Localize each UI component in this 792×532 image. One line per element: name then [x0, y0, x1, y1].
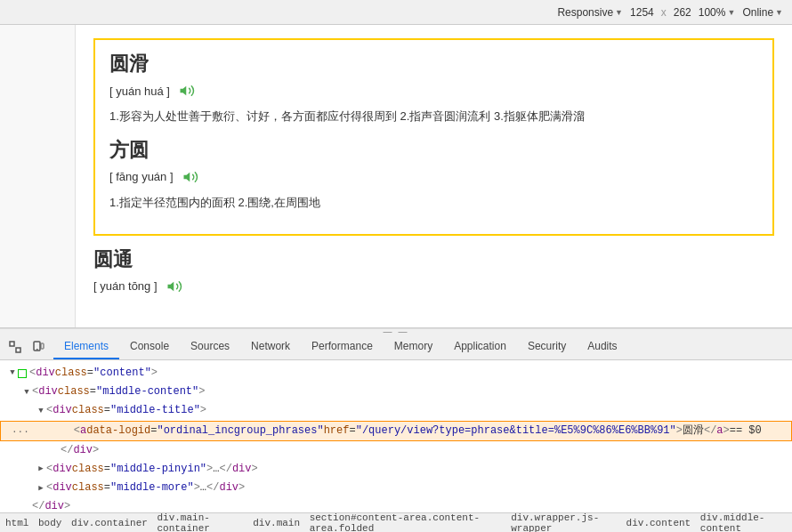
definition-fangyuan: 1.指定半径范围内的面积 2.围绕,在周围地 — [109, 194, 758, 213]
breadcrumb-section[interactable]: section#content-area.content-area.folded — [310, 512, 502, 532]
online-dropdown[interactable]: Online ▼ — [742, 6, 783, 19]
zoom-arrow: ▼ — [727, 8, 735, 17]
tree-line-middle-more[interactable]: <div class="middle-more">…</div> — [0, 479, 792, 497]
tree-line-middle-content[interactable]: <div class="middle-content"> — [0, 383, 792, 401]
breadcrumb-html[interactable]: html — [5, 518, 28, 528]
devtools-html-tree: <div class="content"> <div class="middle… — [0, 360, 792, 512]
highlight-box: 圆滑 [ yuán huá ] 1.形容为人处世善于敷衍、讨好，各方面都应付得很… — [93, 38, 774, 236]
sound-icon-fangyuan[interactable] — [181, 167, 200, 187]
devtools-panel: — — Elements Console Sources Net — [0, 327, 792, 532]
svg-marker-1 — [183, 173, 190, 182]
term-fangyuan: 方圆 [ fāng yuán ] 1.指定半径范围内的面积 2.围绕,在周围地 — [109, 137, 758, 213]
breadcrumb-content[interactable]: div.content — [626, 518, 691, 528]
tree-line-div-content[interactable]: <div class="content"> — [0, 364, 792, 383]
devtools-tab-list: Elements Console Sources Network Perform… — [53, 334, 628, 359]
zoom-dropdown[interactable]: 100% ▼ — [699, 6, 736, 19]
breadcrumb-middle-content[interactable]: div.middle-content — [700, 512, 787, 532]
triangle-more[interactable] — [36, 482, 46, 495]
triangle-middle-title[interactable] — [36, 405, 46, 417]
breadcrumb-wrapper[interactable]: div.wrapper.js-wrapper — [511, 512, 617, 532]
tab-elements[interactable]: Elements — [53, 334, 119, 359]
device-toolbar-button[interactable] — [28, 337, 48, 357]
triangle-pinyin[interactable] — [36, 463, 46, 475]
tab-audits[interactable]: Audits — [577, 334, 627, 359]
devtools-tabs-bar: Elements Console Sources Network Perform… — [0, 334, 792, 360]
svg-rect-3 — [10, 342, 14, 346]
tree-line-middle-pinyin[interactable]: <div class="middle-pinyin">…</div> — [0, 460, 792, 479]
pinyin-fangyuan: [ fāng yuán ] — [109, 167, 758, 187]
tab-console[interactable]: Console — [119, 334, 180, 359]
term-title-fangyuan: 方圆 — [109, 137, 758, 164]
sound-icon-yuanhua[interactable] — [177, 81, 197, 101]
breadcrumb: html body div.container div.main-contain… — [5, 512, 787, 532]
browser-view: 圆滑 [ yuán huá ] 1.形容为人处世善于敷衍、讨好，各方面都应付得很… — [0, 25, 792, 327]
breadcrumb-container[interactable]: div.container — [71, 518, 148, 528]
tab-network[interactable]: Network — [240, 334, 301, 359]
no-triangle — [50, 444, 61, 456]
no-triangle2 — [21, 501, 32, 512]
svg-rect-4 — [16, 348, 20, 352]
tab-sources[interactable]: Sources — [180, 334, 240, 359]
sound-icon-yuantong[interactable] — [165, 277, 184, 296]
definition-yuanhua: 1.形容为人处世善于敷衍、讨好，各方面都应付得很周到 2.指声音圆润流利 3.指… — [109, 108, 758, 126]
tab-performance[interactable]: Performance — [301, 334, 384, 359]
triangle-anchor — [63, 424, 74, 437]
tab-memory[interactable]: Memory — [384, 334, 443, 359]
tab-application[interactable]: Application — [443, 334, 517, 359]
svg-rect-7 — [41, 343, 44, 349]
dimension-separator: x — [661, 6, 667, 19]
responsive-arrow: ▼ — [615, 8, 623, 17]
tab-security[interactable]: Security — [517, 334, 577, 359]
svg-marker-2 — [167, 281, 174, 291]
tree-line-close-middle-content[interactable]: </div> — [0, 497, 792, 512]
responsive-label: Responsive — [557, 6, 613, 19]
ellipsis-dots: ... — [12, 423, 29, 439]
pinyin-text-yuantong: [ yuán tōng ] — [93, 279, 158, 293]
triangle-content[interactable] — [7, 367, 18, 379]
left-sidebar — [0, 25, 76, 327]
zoom-label: 100% — [699, 6, 726, 19]
tree-line-close-title[interactable]: </div> — [0, 441, 792, 460]
viewport-height: 262 — [674, 6, 691, 19]
viewport-width: 1254 — [630, 6, 654, 19]
online-label: Online — [742, 6, 773, 19]
term-yuanhua: 圆滑 [ yuán huá ] 1.形容为人处世善于敷衍、讨好，各方面都应付得很… — [109, 51, 758, 126]
devtools-left-icons — [0, 334, 53, 359]
responsive-dropdown[interactable]: Responsive ▼ — [557, 6, 623, 19]
pinyin-text-fangyuan: [ fāng yuán ] — [109, 170, 174, 183]
devtools-toolbar: Responsive ▼ 1254 x 262 100% ▼ Online ▼ — [0, 0, 792, 25]
green-box-indicator — [18, 369, 27, 378]
html-tree: <div class="content"> <div class="middle… — [0, 360, 792, 512]
term-yuantong: 圆通 [ yuán tōng ] — [93, 246, 774, 296]
devtools-status-bar: html body div.container div.main-contain… — [0, 512, 792, 532]
online-arrow: ▼ — [775, 8, 783, 17]
term-title-yuanhua: 圆滑 — [109, 51, 758, 77]
svg-rect-6 — [36, 349, 38, 351]
responsive-controls: Responsive ▼ 1254 x 262 100% ▼ Online ▼ — [557, 6, 783, 19]
breadcrumb-main[interactable]: div.main — [253, 518, 300, 528]
term-title-yuantong: 圆通 — [93, 246, 774, 273]
breadcrumb-main-container[interactable]: div.main-container — [157, 512, 243, 532]
pinyin-yuanhua: [ yuán huá ] — [109, 81, 758, 101]
pinyin-text-yuanhua: [ yuán huá ] — [109, 85, 170, 98]
pinyin-yuantong: [ yuán tōng ] — [93, 277, 774, 296]
triangle-middle-content[interactable] — [21, 386, 32, 399]
inspect-element-button[interactable] — [5, 337, 25, 357]
tree-line-anchor[interactable]: ... <a data-logid="ordinal_incgroup_phra… — [0, 421, 792, 441]
breadcrumb-body[interactable]: body — [38, 518, 61, 528]
tree-line-middle-title[interactable]: <div class="middle-title"> — [0, 401, 792, 420]
content-area: 圆滑 [ yuán huá ] 1.形容为人处世善于敷衍、讨好，各方面都应付得很… — [76, 25, 792, 327]
svg-marker-0 — [180, 86, 186, 96]
